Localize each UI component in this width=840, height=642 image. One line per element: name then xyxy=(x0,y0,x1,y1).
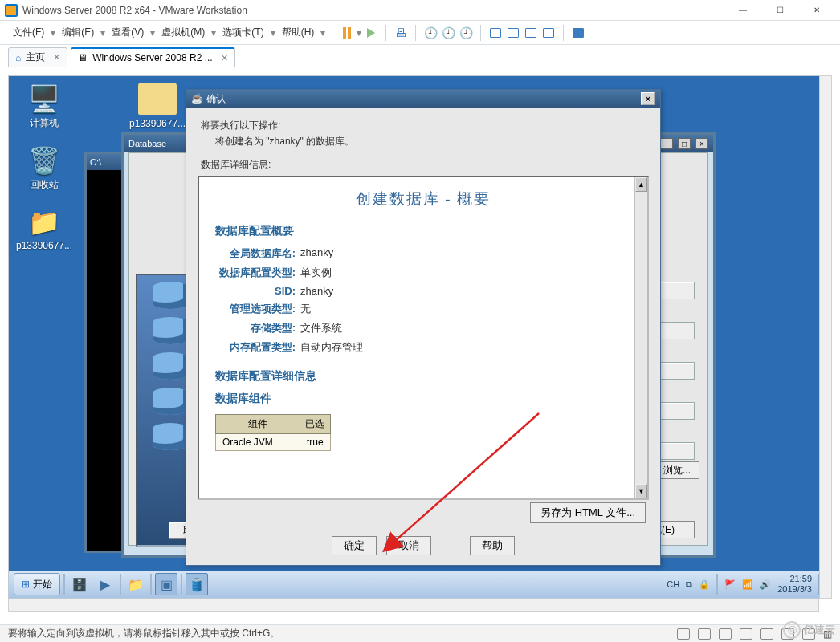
device-printer-icon[interactable] xyxy=(781,628,794,640)
db-close-button[interactable]: × xyxy=(695,138,708,149)
tab-home-close[interactable]: ✕ xyxy=(53,52,60,63)
maximize-button[interactable]: ☐ xyxy=(761,1,798,20)
menu-view[interactable]: 查看(V) xyxy=(107,22,149,43)
snapshot-manage-icon[interactable]: 🕘 xyxy=(440,25,456,41)
vm-viewport[interactable]: 🖥️ 计算机 🗑️ 回收站 📁 p13390677... p13390677..… xyxy=(8,75,832,599)
folder-icon: 📁 xyxy=(25,206,63,238)
oracle-cylinder-icon xyxy=(153,423,188,450)
kv-storage-k: 存储类型: xyxy=(215,321,296,335)
summary-title: 创建数据库 - 概要 xyxy=(215,189,631,209)
java-icon: ☕ xyxy=(191,93,203,104)
tb-powershell-icon[interactable]: ▶ xyxy=(94,573,116,595)
help-button[interactable]: 帮助 xyxy=(470,536,515,555)
tab-home-label: 主页 xyxy=(26,51,45,64)
send-ctrl-icon[interactable]: 🖶 xyxy=(393,25,409,41)
th-selected: 已选 xyxy=(300,415,331,434)
lang-indicator[interactable]: CH xyxy=(667,579,679,589)
snapshot-revert-icon[interactable]: 🕘 xyxy=(458,25,474,41)
sound-icon[interactable]: 🔊 xyxy=(760,579,771,590)
flag-icon[interactable]: 🚩 xyxy=(724,579,736,590)
browse-button[interactable]: 浏览... xyxy=(654,461,699,479)
time: 21:59 xyxy=(777,574,812,584)
tray-icon[interactable]: ⧉ xyxy=(686,579,692,590)
vmware-tabbar: ⌂ 主页 ✕ 🖥 Windows Server 2008 R2 ... ✕ xyxy=(0,45,840,67)
cmd-title: C:\ xyxy=(90,157,101,167)
unity-icon[interactable] xyxy=(505,25,521,41)
device-cd-icon[interactable] xyxy=(698,628,711,640)
system-tray: CH ⧉ 🔒 🚩 📶 🔊 21:59 2019/3/3 xyxy=(667,574,826,595)
desktop-folder2-label: p13390677... xyxy=(16,240,72,251)
desktop-folder2-icon[interactable]: 📁 p13390677... xyxy=(15,206,73,251)
confirm-top-text: 将要执行以下操作: 将创建名为 "zhanky" 的数据库。 数据库详细信息: xyxy=(186,108,660,176)
tab-vm[interactable]: 🖥 Windows Server 2008 R2 ... ✕ xyxy=(71,47,234,67)
kv-global-v: zhanky xyxy=(300,246,333,261)
components-table: 组件 已选 Oracle JVM true xyxy=(215,414,331,451)
network-icon[interactable]: 📶 xyxy=(742,579,753,590)
summary-scroll: 创建数据库 - 概要 数据库配置概要 全局数据库名:zhanky 数据库配置类型… xyxy=(198,176,649,500)
device-hdd-icon[interactable] xyxy=(677,628,690,640)
db-min-button[interactable]: _ xyxy=(660,138,673,149)
clock[interactable]: 21:59 2019/3/3 xyxy=(777,574,812,594)
th-component: 组件 xyxy=(216,415,300,434)
scrollbar[interactable] xyxy=(634,177,647,498)
save-html-button[interactable]: 另存为 HTML 文件... xyxy=(530,502,646,523)
tb-server-icon[interactable]: 🗄️ xyxy=(68,573,91,595)
desktop-recycle-label: 回收站 xyxy=(30,178,59,192)
desktop-folder1-icon[interactable]: p13390677... xyxy=(129,83,186,129)
play-icon[interactable] xyxy=(363,25,379,41)
device-display-icon[interactable] xyxy=(802,628,815,640)
device-sound-icon[interactable] xyxy=(760,628,773,640)
summary-content: 创建数据库 - 概要 数据库配置概要 全局数据库名:zhanky 数据库配置类型… xyxy=(199,177,647,459)
stretch-icon[interactable] xyxy=(540,25,557,41)
thumbnail-icon[interactable] xyxy=(570,25,586,41)
minimize-button[interactable]: — xyxy=(724,1,761,20)
tray-icon[interactable]: 🔒 xyxy=(699,579,710,590)
device-toggle-icon[interactable]: ▥ xyxy=(823,628,832,640)
viewport-scrollbar-x[interactable] xyxy=(8,599,819,612)
menu-vm[interactable]: 虚拟机(M) xyxy=(157,22,210,43)
confirm-button-row: 确定 取消 帮助 xyxy=(186,536,660,555)
menu-file[interactable]: 文件(F) xyxy=(8,22,49,43)
tb-oracle-icon[interactable]: 🛢️ xyxy=(186,573,208,595)
viewport-scrollbar-y[interactable] xyxy=(819,75,832,599)
desktop-computer-icon[interactable]: 🖥️ 计算机 xyxy=(15,83,73,130)
tb-cmd-icon[interactable]: ▣ xyxy=(155,573,177,595)
recycle-icon: 🗑️ xyxy=(25,144,63,177)
console-icon[interactable] xyxy=(523,25,539,41)
ok-button[interactable]: 确定 xyxy=(332,536,377,555)
windows-logo-icon: ⊞ xyxy=(22,579,30,590)
snapshot-icon[interactable]: 🕘 xyxy=(422,25,438,41)
tb-explorer-icon[interactable]: 📁 xyxy=(124,573,147,595)
kv-global-k: 全局数据库名: xyxy=(215,246,296,261)
window-title: Windows Server 2008 R2 x64 - VMware Work… xyxy=(22,5,724,16)
kv-config-v: 单实例 xyxy=(300,266,332,280)
win-taskbar: ⊞ 开始 🗄️ ▶ 📁 ▣ 🛢️ CH ⧉ 🔒 🚩 📶 🔊 21:59 2019… xyxy=(9,571,831,598)
confirm-line1: 将要执行以下操作: xyxy=(201,117,646,133)
cancel-button[interactable]: 取消 xyxy=(386,536,431,555)
tab-home[interactable]: ⌂ 主页 ✕ xyxy=(8,47,67,67)
vmware-titlebar: Windows Server 2008 R2 x64 - VMware Work… xyxy=(0,0,840,21)
confirm-titlebar[interactable]: ☕ 确认 × xyxy=(186,90,660,108)
db-max-button[interactable]: □ xyxy=(678,138,691,149)
desktop-recycle-icon[interactable]: 🗑️ 回收站 xyxy=(15,144,73,192)
confirm-title: 确认 xyxy=(206,92,226,106)
confirm-close-button[interactable]: × xyxy=(641,92,655,105)
pause-icon[interactable] xyxy=(339,25,355,41)
confirm-line3: 数据库详细信息: xyxy=(201,156,646,173)
start-button[interactable]: ⊞ 开始 xyxy=(14,573,60,595)
close-button[interactable]: ✕ xyxy=(798,1,835,20)
db-title: Database xyxy=(128,139,166,148)
device-usb-icon[interactable] xyxy=(740,628,752,640)
menu-tabs[interactable]: 选项卡(T) xyxy=(218,22,268,43)
folder-icon xyxy=(138,83,177,115)
menu-edit[interactable]: 编辑(E) xyxy=(57,22,99,43)
menu-help[interactable]: 帮助(H) xyxy=(277,22,320,43)
device-net-icon[interactable] xyxy=(719,628,732,640)
section-components: 数据库组件 xyxy=(215,392,631,406)
home-icon: ⌂ xyxy=(15,52,21,63)
table-row: Oracle JVM true xyxy=(216,434,331,451)
fullscreen-icon[interactable] xyxy=(487,25,504,41)
tab-vm-close[interactable]: ✕ xyxy=(221,53,228,63)
confirm-line2: 将创建名为 "zhanky" 的数据库。 xyxy=(215,133,646,149)
kv-memory-v: 自动内存管理 xyxy=(300,340,363,355)
